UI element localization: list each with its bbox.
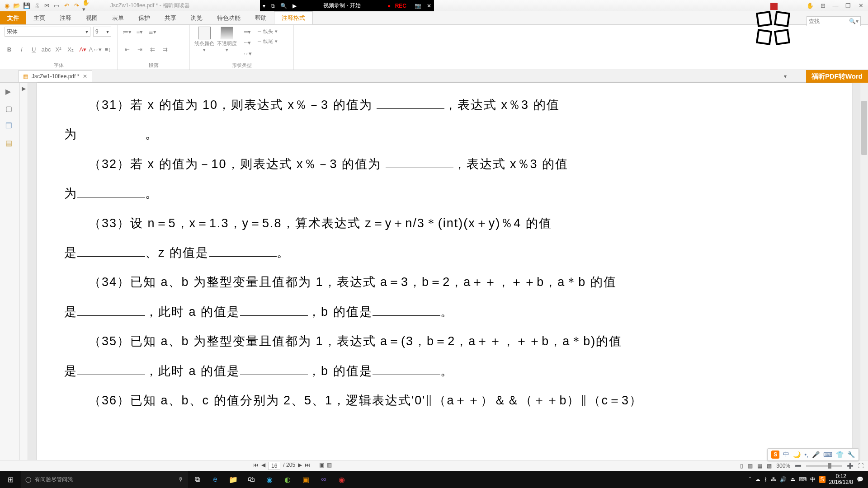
font-color-button[interactable]: A▾ — [78, 44, 88, 54]
tray-ime[interactable]: 中 — [810, 476, 816, 483]
view-single-icon[interactable]: ▯ — [740, 463, 743, 469]
rec-zoom-icon[interactable]: 🔍 — [278, 3, 290, 9]
align-button[interactable]: ≣▾ — [147, 27, 157, 37]
store-icon[interactable]: 🛍 — [242, 475, 260, 483]
tab-home[interactable]: 主页 — [26, 11, 52, 24]
opacity-button[interactable]: 不透明度▾ — [217, 27, 237, 53]
zoom-slider[interactable] — [806, 465, 842, 467]
collapse-handle[interactable]: ▶ — [20, 83, 28, 471]
recorder-taskbar-icon[interactable]: ◉ — [333, 475, 351, 484]
touch-icon[interactable]: ✋ — [806, 2, 815, 10]
zoom-in-button[interactable]: ➕ — [847, 463, 854, 469]
linehead-button[interactable]: 线头▾ — [258, 27, 278, 36]
linecolor-button[interactable]: 线条颜色▾ — [194, 27, 214, 53]
tray-bt-icon[interactable]: ᚼ — [764, 476, 767, 483]
rec-window-icon[interactable]: ⧉ — [268, 3, 278, 9]
tray-net-icon[interactable]: 🖧 — [771, 476, 776, 483]
tab-help[interactable]: 帮助 — [248, 11, 274, 24]
hand-icon[interactable]: ✋▾ — [82, 2, 90, 10]
ime-skin-icon[interactable]: 👕 — [836, 451, 844, 458]
view-facing-icon[interactable]: ▦ — [757, 463, 762, 469]
zoom-value[interactable]: 300% — [776, 463, 790, 469]
tray-cloud-icon[interactable]: ☁ — [755, 476, 760, 483]
tab-form[interactable]: 表单 — [105, 11, 131, 24]
ime-kbd-icon[interactable]: ⌨ — [823, 451, 832, 458]
app1-icon[interactable]: ◉ — [260, 475, 278, 484]
indent-inc-button[interactable]: ⇥ — [135, 44, 145, 54]
flag-icon[interactable] — [770, 3, 778, 10]
minimize-icon[interactable]: — — [831, 2, 840, 10]
ime-tool-icon[interactable]: 🔧 — [847, 451, 855, 458]
foxit-icon[interactable]: ▣ — [297, 475, 315, 484]
tab-feature[interactable]: 特色功能 — [210, 11, 248, 24]
ime-punct-icon[interactable]: •, — [804, 451, 808, 458]
vertical-scrollbar[interactable] — [860, 83, 868, 471]
taskbar-clock[interactable]: 0:12 2016/12/8 — [829, 474, 853, 485]
bullet-list-button[interactable]: ≔▾ — [122, 27, 132, 37]
tab-file[interactable]: 文件 — [0, 11, 26, 24]
vs-icon[interactable]: ∞ — [315, 475, 333, 483]
mail-icon[interactable]: ✉ — [42, 2, 51, 10]
bookmark-icon[interactable]: ▢ — [5, 104, 14, 113]
outdent-button[interactable]: ⇇ — [147, 44, 157, 54]
tab-view[interactable]: 视图 — [79, 11, 105, 24]
prev-page-button[interactable]: ◀ — [261, 462, 265, 470]
start-button[interactable]: ⊞ — [0, 475, 21, 484]
italic-button[interactable]: I — [17, 44, 26, 54]
grid-icon[interactable]: ⊞ — [818, 2, 827, 10]
ime-mic-icon[interactable]: 🎤 — [812, 451, 820, 458]
tray-vol-icon[interactable]: 🔊 — [780, 476, 787, 483]
dash-style-button[interactable]: ┄▾ — [242, 38, 252, 47]
fullscreen-icon[interactable]: ⛶ — [858, 463, 863, 469]
rec-close-icon[interactable]: ✕ — [424, 3, 434, 9]
undo-icon[interactable]: ↶ — [62, 2, 71, 10]
font-size-select[interactable]: 9▾ — [93, 27, 111, 37]
tab-format[interactable]: 注释格式 — [274, 11, 313, 24]
number-list-button[interactable]: ≡▾ — [135, 27, 145, 37]
indent-button[interactable]: ⇉ — [160, 44, 170, 54]
tab-overflow-icon[interactable]: ▾ — [784, 73, 787, 80]
maximize-icon[interactable]: ❐ — [844, 2, 853, 10]
explorer-icon[interactable]: 📁 — [224, 475, 242, 484]
linetail-button[interactable]: 线尾▾ — [258, 37, 278, 46]
redo-icon[interactable]: ↷ — [72, 2, 80, 10]
tray-sogou-icon[interactable]: S — [819, 476, 826, 483]
tray-kbd-icon[interactable]: ⌨ — [799, 476, 807, 483]
save-icon[interactable]: 💾 — [23, 2, 31, 10]
expand-icon[interactable]: ▶ — [5, 87, 14, 96]
page-number-input[interactable]: 16 — [268, 462, 280, 470]
char-spacing-button[interactable]: A↔▾ — [90, 44, 100, 54]
ime-lang[interactable]: 中 — [783, 450, 789, 459]
thumb-view-icon[interactable]: ▣ — [319, 462, 324, 470]
tray-eject-icon[interactable]: ⏏ — [790, 476, 795, 483]
indent-dec-button[interactable]: ⇤ — [122, 44, 132, 54]
rec-menu-icon[interactable]: ▾ — [260, 3, 268, 9]
tab-annot[interactable]: 注释 — [52, 11, 79, 24]
tab-share[interactable]: 共享 — [157, 11, 184, 24]
line-height-button[interactable]: ≡↕ — [103, 44, 113, 54]
sub-button[interactable]: X₂ — [66, 44, 75, 54]
doc-tab[interactable]: ▦ JscZw1-10flee.pdf * ✕ — [18, 70, 92, 82]
ime-toolbar[interactable]: S 中 🌙 •, 🎤 ⌨ 👕 🔧 — [767, 448, 859, 461]
strike-button[interactable]: abc — [41, 44, 51, 54]
next-page-button[interactable]: ▶ — [298, 462, 302, 470]
comments-icon[interactable]: ▤ — [5, 139, 14, 148]
tab-protect[interactable]: 保护 — [131, 11, 157, 24]
line-style-button[interactable]: ━▾ — [242, 27, 252, 37]
sup-button[interactable]: X² — [54, 44, 63, 54]
tab-browse[interactable]: 浏览 — [184, 11, 210, 24]
page-view[interactable]: （31）若 x 的值为 10，则表达式 x％－3 的值为 ，表达式 x％3 的值… — [37, 83, 852, 471]
rec-indicator[interactable]: ● REC — [385, 3, 412, 9]
app2-icon[interactable]: ◐ — [278, 475, 297, 484]
new-icon[interactable]: ▭ — [52, 2, 61, 10]
font-family-select[interactable]: 宋体▾ — [5, 27, 90, 37]
bold-button[interactable]: B — [5, 44, 14, 54]
print-icon[interactable]: 🖨 — [33, 2, 41, 10]
cortana-search[interactable]: ◯ 有问题尽管问我 🎙 — [21, 471, 188, 488]
cont-view-icon[interactable]: ▥ — [327, 462, 332, 470]
taskview-icon[interactable]: ⧉ — [188, 475, 206, 483]
doc-tab-close-icon[interactable]: ✕ — [83, 73, 87, 80]
pages-icon[interactable]: ❐ — [5, 122, 14, 131]
scrollbar-thumb[interactable] — [861, 101, 867, 155]
pdf-to-word-button[interactable]: 福昕PDF转Word — [806, 70, 868, 83]
